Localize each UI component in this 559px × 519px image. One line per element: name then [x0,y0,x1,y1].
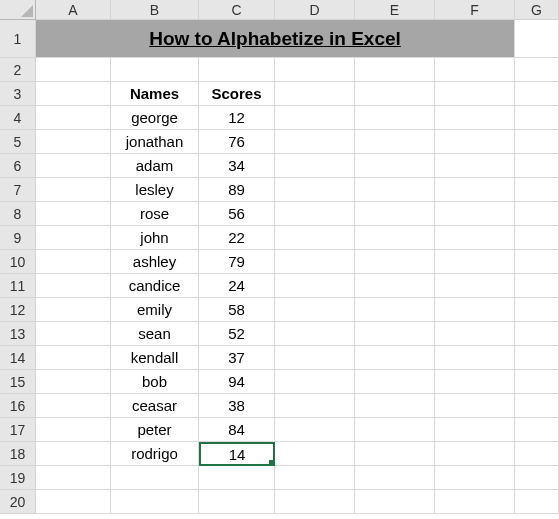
title-cell[interactable]: How to Alphabetize in Excel [36,20,515,58]
col-header-A[interactable]: A [36,0,111,20]
name-cell[interactable]: peter [111,418,199,442]
cell-D14[interactable] [275,346,355,370]
row-header-9[interactable]: 9 [0,226,36,250]
cell-E20[interactable] [355,490,435,514]
cell-A17[interactable] [36,418,111,442]
row-header-11[interactable]: 11 [0,274,36,298]
header-names[interactable]: Names [111,82,199,106]
cell-A6[interactable] [36,154,111,178]
score-cell[interactable]: 76 [199,130,275,154]
name-cell[interactable]: rose [111,202,199,226]
cell-F9[interactable] [435,226,515,250]
cell-G6[interactable] [515,154,559,178]
cell-G17[interactable] [515,418,559,442]
cell-E12[interactable] [355,298,435,322]
score-cell[interactable]: 89 [199,178,275,202]
cell-D3[interactable] [275,82,355,106]
name-cell[interactable]: ashley [111,250,199,274]
cell-A4[interactable] [36,106,111,130]
cell-D20[interactable] [275,490,355,514]
name-cell[interactable]: george [111,106,199,130]
cell-A7[interactable] [36,178,111,202]
cell-E7[interactable] [355,178,435,202]
cell-F2[interactable] [435,58,515,82]
score-cell[interactable]: 58 [199,298,275,322]
cell-F7[interactable] [435,178,515,202]
header-scores[interactable]: Scores [199,82,275,106]
cell-C20[interactable] [199,490,275,514]
cell-A2[interactable] [36,58,111,82]
cell-F4[interactable] [435,106,515,130]
cell-E13[interactable] [355,322,435,346]
name-cell[interactable]: lesley [111,178,199,202]
cell-B20[interactable] [111,490,199,514]
row-header-13[interactable]: 13 [0,322,36,346]
cell-G11[interactable] [515,274,559,298]
score-cell[interactable]: 94 [199,370,275,394]
cell-F14[interactable] [435,346,515,370]
score-cell[interactable]: 22 [199,226,275,250]
row-header-19[interactable]: 19 [0,466,36,490]
name-cell[interactable]: sean [111,322,199,346]
cell-G18[interactable] [515,442,559,466]
score-cell[interactable]: 34 [199,154,275,178]
cell-E9[interactable] [355,226,435,250]
cell-E6[interactable] [355,154,435,178]
cell-E15[interactable] [355,370,435,394]
cell-A18[interactable] [36,442,111,466]
row-header-10[interactable]: 10 [0,250,36,274]
cell-F12[interactable] [435,298,515,322]
cell-D4[interactable] [275,106,355,130]
row-header-4[interactable]: 4 [0,106,36,130]
cell-E11[interactable] [355,274,435,298]
cell-G5[interactable] [515,130,559,154]
cell-E17[interactable] [355,418,435,442]
score-cell[interactable]: 56 [199,202,275,226]
row-header-12[interactable]: 12 [0,298,36,322]
cell-G20[interactable] [515,490,559,514]
cell-G3[interactable] [515,82,559,106]
cell-A20[interactable] [36,490,111,514]
cell-A5[interactable] [36,130,111,154]
cell-E14[interactable] [355,346,435,370]
cell-D10[interactable] [275,250,355,274]
row-header-7[interactable]: 7 [0,178,36,202]
cell-A10[interactable] [36,250,111,274]
cell-G8[interactable] [515,202,559,226]
cell-G4[interactable] [515,106,559,130]
cell-G2[interactable] [515,58,559,82]
cell-D6[interactable] [275,154,355,178]
cell-D13[interactable] [275,322,355,346]
name-cell[interactable]: adam [111,154,199,178]
cell-F11[interactable] [435,274,515,298]
score-cell[interactable]: 84 [199,418,275,442]
row-header-1[interactable]: 1 [0,20,36,58]
row-header-6[interactable]: 6 [0,154,36,178]
cell-B2[interactable] [111,58,199,82]
name-cell[interactable]: candice [111,274,199,298]
name-cell[interactable]: jonathan [111,130,199,154]
cell-F15[interactable] [435,370,515,394]
cell-E10[interactable] [355,250,435,274]
cell-E16[interactable] [355,394,435,418]
cell-F3[interactable] [435,82,515,106]
cell-C2[interactable] [199,58,275,82]
cell-D11[interactable] [275,274,355,298]
cell-E8[interactable] [355,202,435,226]
name-cell[interactable]: john [111,226,199,250]
spreadsheet-grid[interactable]: ABCDEFG1How to Alphabetize in Excel23Nam… [0,0,559,514]
score-cell[interactable]: 38 [199,394,275,418]
cell-D15[interactable] [275,370,355,394]
row-header-20[interactable]: 20 [0,490,36,514]
cell-G15[interactable] [515,370,559,394]
cell-G7[interactable] [515,178,559,202]
cell-F17[interactable] [435,418,515,442]
cell-E4[interactable] [355,106,435,130]
name-cell[interactable]: kendall [111,346,199,370]
cell-D2[interactable] [275,58,355,82]
cell-A8[interactable] [36,202,111,226]
cell-A3[interactable] [36,82,111,106]
cell-G13[interactable] [515,322,559,346]
cell-D17[interactable] [275,418,355,442]
select-all-corner[interactable] [0,0,36,20]
